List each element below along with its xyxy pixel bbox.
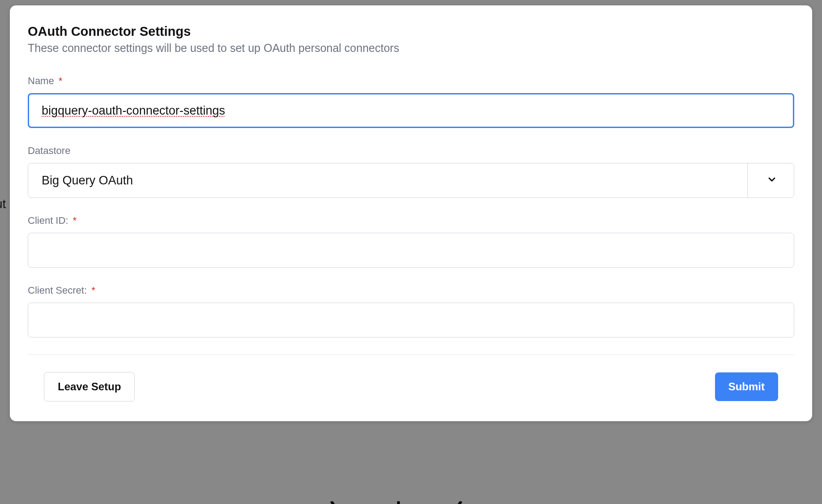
- datastore-select[interactable]: Big Query OAuth: [28, 163, 794, 198]
- client-secret-label: Client Secret: *: [28, 285, 794, 296]
- background-decoration: [322, 501, 501, 504]
- name-label-text: Name: [28, 75, 54, 86]
- client-id-label: Client ID: *: [28, 215, 794, 226]
- leave-setup-button[interactable]: Leave Setup: [44, 372, 135, 401]
- svg-line-0: [331, 501, 349, 504]
- name-field-group: Name * bigquery-oauth-connector-settings: [28, 75, 794, 128]
- svg-line-2: [443, 501, 461, 504]
- oauth-settings-modal: OAuth Connector Settings These connector…: [10, 5, 812, 421]
- datastore-selected-value: Big Query OAuth: [42, 174, 133, 188]
- background-partial-text: ut: [0, 197, 6, 211]
- submit-button[interactable]: Submit: [715, 372, 778, 401]
- client-id-field-group: Client ID: *: [28, 215, 794, 268]
- client-id-label-text: Client ID:: [28, 215, 68, 226]
- client-id-input[interactable]: [28, 233, 794, 268]
- datastore-field-group: Datastore Big Query OAuth: [28, 145, 794, 198]
- client-secret-label-text: Client Secret:: [28, 285, 87, 296]
- name-input-value: bigquery-oauth-connector-settings: [42, 104, 225, 118]
- divider: [28, 355, 794, 355]
- required-asterisk: *: [73, 215, 77, 226]
- name-input[interactable]: bigquery-oauth-connector-settings: [28, 93, 794, 128]
- modal-title: OAuth Connector Settings: [28, 24, 794, 39]
- select-divider: [747, 163, 748, 198]
- client-secret-input[interactable]: [28, 303, 794, 337]
- button-row: Leave Setup Submit: [28, 372, 794, 401]
- modal-subtitle: These connector settings will be used to…: [28, 42, 794, 55]
- required-asterisk: *: [59, 75, 63, 86]
- client-secret-field-group: Client Secret: *: [28, 285, 794, 337]
- datastore-select-wrapper: Big Query OAuth: [28, 163, 794, 198]
- datastore-label: Datastore: [28, 145, 794, 157]
- required-asterisk: *: [91, 285, 95, 296]
- name-label: Name *: [28, 75, 794, 87]
